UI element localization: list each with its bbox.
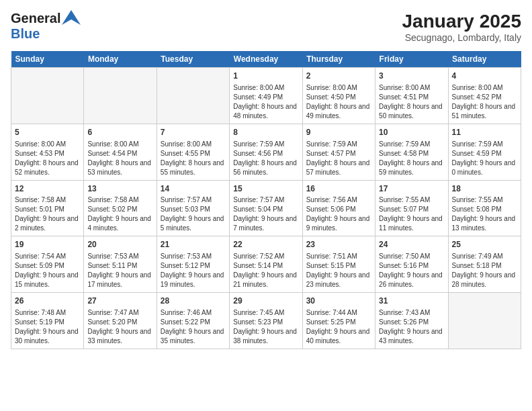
calendar-cell bbox=[157, 68, 229, 124]
calendar-cell: 19Sunrise: 7:54 AMSunset: 5:09 PMDayligh… bbox=[11, 236, 84, 293]
page-header: General Blue January 2025 Secugnago, Lom… bbox=[11, 11, 521, 43]
calendar-cell: 1Sunrise: 8:00 AMSunset: 4:49 PMDaylight… bbox=[230, 68, 302, 124]
month-title: January 2025 bbox=[402, 11, 521, 32]
calendar-cell: 30Sunrise: 7:44 AMSunset: 5:25 PMDayligh… bbox=[302, 293, 375, 349]
calendar-cell: 22Sunrise: 7:52 AMSunset: 5:14 PMDayligh… bbox=[230, 236, 302, 293]
week-row-3: 12Sunrise: 7:58 AMSunset: 5:01 PMDayligh… bbox=[11, 180, 521, 236]
day-number: 29 bbox=[233, 295, 298, 307]
day-info: Sunrise: 7:59 AMSunset: 4:56 PMDaylight:… bbox=[233, 140, 298, 177]
day-info: Sunrise: 7:47 AMSunset: 5:20 PMDaylight:… bbox=[87, 308, 152, 346]
calendar-cell: 3Sunrise: 8:00 AMSunset: 4:51 PMDaylight… bbox=[375, 68, 448, 124]
calendar-cell: 5Sunrise: 8:00 AMSunset: 4:53 PMDaylight… bbox=[11, 124, 84, 180]
day-number: 31 bbox=[379, 295, 444, 307]
day-info: Sunrise: 7:53 AMSunset: 5:11 PMDaylight:… bbox=[87, 252, 152, 289]
day-info: Sunrise: 7:53 AMSunset: 5:12 PMDaylight:… bbox=[161, 252, 226, 289]
day-info: Sunrise: 8:00 AMSunset: 4:55 PMDaylight:… bbox=[161, 140, 226, 177]
day-info: Sunrise: 7:59 AMSunset: 4:58 PMDaylight:… bbox=[379, 140, 444, 177]
calendar-cell: 20Sunrise: 7:53 AMSunset: 5:11 PMDayligh… bbox=[84, 236, 157, 293]
day-header-sunday: Sunday bbox=[11, 51, 84, 68]
day-info: Sunrise: 8:00 AMSunset: 4:53 PMDaylight:… bbox=[15, 140, 80, 177]
day-info: Sunrise: 7:45 AMSunset: 5:23 PMDaylight:… bbox=[233, 308, 298, 346]
day-header-friday: Friday bbox=[375, 51, 448, 68]
calendar-cell: 12Sunrise: 7:58 AMSunset: 5:01 PMDayligh… bbox=[11, 180, 84, 236]
day-info: Sunrise: 7:48 AMSunset: 5:19 PMDaylight:… bbox=[15, 308, 80, 346]
day-number: 6 bbox=[87, 127, 152, 138]
week-row-1: 1Sunrise: 8:00 AMSunset: 4:49 PMDaylight… bbox=[11, 68, 521, 124]
day-header-row: SundayMondayTuesdayWednesdayThursdayFrid… bbox=[11, 51, 521, 68]
day-number: 20 bbox=[87, 239, 152, 250]
calendar-cell bbox=[11, 68, 84, 124]
calendar-cell: 4Sunrise: 8:00 AMSunset: 4:52 PMDaylight… bbox=[448, 68, 521, 124]
day-header-wednesday: Wednesday bbox=[230, 51, 302, 68]
day-info: Sunrise: 7:49 AMSunset: 5:18 PMDaylight:… bbox=[452, 252, 517, 289]
week-row-2: 5Sunrise: 8:00 AMSunset: 4:53 PMDaylight… bbox=[11, 124, 521, 180]
day-number: 14 bbox=[161, 183, 226, 195]
calendar-cell bbox=[84, 68, 157, 124]
day-number: 30 bbox=[306, 295, 371, 307]
calendar-cell: 18Sunrise: 7:55 AMSunset: 5:08 PMDayligh… bbox=[448, 180, 521, 236]
day-info: Sunrise: 7:57 AMSunset: 5:03 PMDaylight:… bbox=[161, 195, 226, 233]
calendar-cell: 21Sunrise: 7:53 AMSunset: 5:12 PMDayligh… bbox=[157, 236, 229, 293]
calendar-cell: 15Sunrise: 7:57 AMSunset: 5:04 PMDayligh… bbox=[230, 180, 302, 236]
calendar-cell: 31Sunrise: 7:43 AMSunset: 5:26 PMDayligh… bbox=[375, 293, 448, 349]
day-info: Sunrise: 8:00 AMSunset: 4:51 PMDaylight:… bbox=[379, 83, 444, 121]
day-number: 2 bbox=[306, 71, 371, 82]
calendar-cell: 6Sunrise: 8:00 AMSunset: 4:54 PMDaylight… bbox=[84, 124, 157, 180]
logo: General Blue bbox=[11, 11, 81, 42]
day-info: Sunrise: 7:50 AMSunset: 5:16 PMDaylight:… bbox=[379, 252, 444, 289]
day-number: 8 bbox=[233, 127, 298, 138]
calendar-cell: 23Sunrise: 7:51 AMSunset: 5:15 PMDayligh… bbox=[302, 236, 375, 293]
day-number: 23 bbox=[306, 239, 371, 250]
day-number: 18 bbox=[452, 183, 517, 195]
calendar-cell: 11Sunrise: 7:59 AMSunset: 4:59 PMDayligh… bbox=[448, 124, 521, 180]
calendar-cell: 27Sunrise: 7:47 AMSunset: 5:20 PMDayligh… bbox=[84, 293, 157, 349]
day-info: Sunrise: 7:56 AMSunset: 5:06 PMDaylight:… bbox=[306, 195, 371, 233]
day-info: Sunrise: 7:51 AMSunset: 5:15 PMDaylight:… bbox=[306, 252, 371, 289]
day-number: 16 bbox=[306, 183, 371, 195]
calendar-cell: 2Sunrise: 8:00 AMSunset: 4:50 PMDaylight… bbox=[302, 68, 375, 124]
day-info: Sunrise: 8:00 AMSunset: 4:54 PMDaylight:… bbox=[87, 140, 152, 177]
calendar-cell: 16Sunrise: 7:56 AMSunset: 5:06 PMDayligh… bbox=[302, 180, 375, 236]
day-number: 1 bbox=[233, 71, 298, 82]
day-header-saturday: Saturday bbox=[448, 51, 521, 68]
day-number: 26 bbox=[15, 295, 80, 307]
calendar-cell: 14Sunrise: 7:57 AMSunset: 5:03 PMDayligh… bbox=[157, 180, 229, 236]
day-number: 17 bbox=[379, 183, 444, 195]
logo-bird-icon bbox=[62, 10, 81, 25]
day-info: Sunrise: 7:46 AMSunset: 5:22 PMDaylight:… bbox=[161, 308, 226, 346]
logo-name: General Blue bbox=[11, 11, 81, 42]
day-number: 25 bbox=[452, 239, 517, 250]
day-info: Sunrise: 7:58 AMSunset: 5:01 PMDaylight:… bbox=[15, 195, 80, 233]
week-row-5: 26Sunrise: 7:48 AMSunset: 5:19 PMDayligh… bbox=[11, 293, 521, 349]
day-number: 10 bbox=[379, 127, 444, 138]
calendar-cell: 29Sunrise: 7:45 AMSunset: 5:23 PMDayligh… bbox=[230, 293, 302, 349]
day-info: Sunrise: 7:43 AMSunset: 5:26 PMDaylight:… bbox=[379, 308, 444, 346]
day-info: Sunrise: 8:00 AMSunset: 4:52 PMDaylight:… bbox=[452, 83, 517, 121]
calendar-cell: 25Sunrise: 7:49 AMSunset: 5:18 PMDayligh… bbox=[448, 236, 521, 293]
week-row-4: 19Sunrise: 7:54 AMSunset: 5:09 PMDayligh… bbox=[11, 236, 521, 293]
day-number: 7 bbox=[161, 127, 226, 138]
day-header-monday: Monday bbox=[84, 51, 157, 68]
day-number: 15 bbox=[233, 183, 298, 195]
calendar-cell: 28Sunrise: 7:46 AMSunset: 5:22 PMDayligh… bbox=[157, 293, 229, 349]
calendar-cell: 8Sunrise: 7:59 AMSunset: 4:56 PMDaylight… bbox=[230, 124, 302, 180]
day-number: 28 bbox=[161, 295, 226, 307]
day-number: 11 bbox=[452, 127, 517, 138]
day-number: 13 bbox=[87, 183, 152, 195]
day-number: 19 bbox=[15, 239, 80, 250]
day-number: 22 bbox=[233, 239, 298, 250]
day-number: 3 bbox=[379, 71, 444, 82]
day-info: Sunrise: 7:52 AMSunset: 5:14 PMDaylight:… bbox=[233, 252, 298, 289]
calendar-table: SundayMondayTuesdayWednesdayThursdayFrid… bbox=[11, 51, 521, 349]
day-info: Sunrise: 7:59 AMSunset: 4:59 PMDaylight:… bbox=[452, 140, 517, 177]
day-info: Sunrise: 7:59 AMSunset: 4:57 PMDaylight:… bbox=[306, 140, 371, 177]
location-title: Secugnago, Lombardy, Italy bbox=[402, 32, 521, 43]
calendar-cell: 7Sunrise: 8:00 AMSunset: 4:55 PMDaylight… bbox=[157, 124, 229, 180]
day-number: 21 bbox=[161, 239, 226, 250]
title-block: January 2025 Secugnago, Lombardy, Italy bbox=[402, 11, 521, 43]
day-info: Sunrise: 7:54 AMSunset: 5:09 PMDaylight:… bbox=[15, 252, 80, 289]
day-number: 9 bbox=[306, 127, 371, 138]
day-info: Sunrise: 7:55 AMSunset: 5:07 PMDaylight:… bbox=[379, 195, 444, 233]
day-info: Sunrise: 7:58 AMSunset: 5:02 PMDaylight:… bbox=[87, 195, 152, 233]
svg-marker-0 bbox=[62, 10, 81, 25]
